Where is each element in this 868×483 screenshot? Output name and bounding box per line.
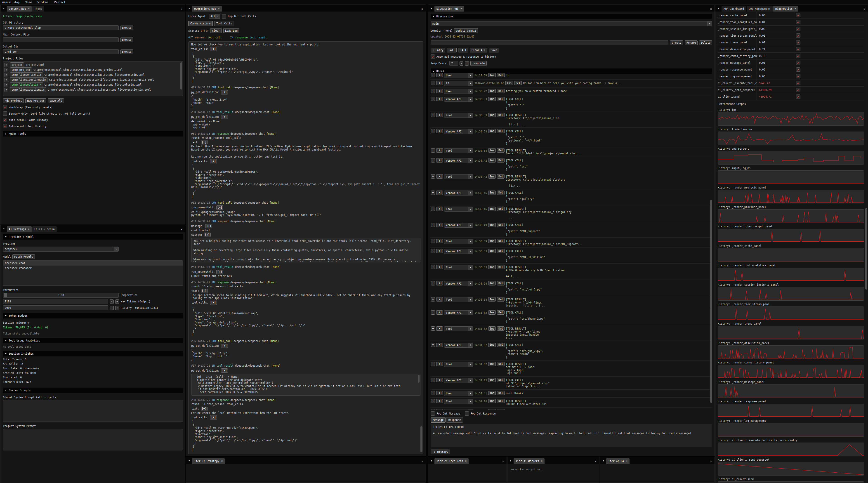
- rename-button[interactable]: Rename: [685, 40, 698, 45]
- diagnostic-checkbox[interactable]: ✔: [796, 47, 800, 51]
- add-entry-button[interactable]: +: [431, 191, 435, 195]
- max-tokens-input[interactable]: 8192: [3, 299, 108, 304]
- close-icon[interactable]: ×: [595, 460, 598, 464]
- expand-entry-button[interactable]: [+]: [436, 326, 443, 331]
- scrollbar-thumb[interactable]: [418, 375, 420, 383]
- expand-entry-button[interactable]: [+]: [436, 343, 443, 347]
- global-prompt-textarea[interactable]: [3, 400, 183, 422]
- temperature-slider[interactable]: 0.00: [3, 293, 119, 298]
- add-entry-button[interactable]: +: [431, 223, 435, 227]
- collapse-arrow-icon[interactable]: ▼: [429, 458, 434, 464]
- tab-log-management[interactable]: Log Management: [747, 6, 773, 11]
- menu-item[interactable]: Project: [54, 1, 65, 4]
- discussions-header[interactable]: ▼Discussions: [431, 14, 712, 19]
- add-entry-button[interactable]: +: [431, 378, 435, 382]
- collapse-arrow-icon[interactable]: ▼: [508, 458, 513, 464]
- delete-button[interactable]: Del: [497, 297, 504, 301]
- diagnostic-checkbox[interactable]: ✔: [796, 20, 800, 24]
- increment-button[interactable]: +: [465, 61, 469, 66]
- popout-response-checkbox[interactable]: ✔: [465, 411, 469, 416]
- delete-button[interactable]: Del: [497, 73, 504, 77]
- system-prompts-header[interactable]: ▼System Prompts: [3, 388, 183, 393]
- delete-button[interactable]: Del: [514, 81, 522, 85]
- tab-diagnostics[interactable]: Diagnostics×: [773, 6, 798, 11]
- git-directory-input[interactable]: C:\projects\manual_slop: [3, 25, 119, 30]
- scrollbar-thumb[interactable]: [180, 62, 182, 90]
- increment-button[interactable]: +: [115, 299, 119, 304]
- role-select[interactable]: AI▼: [444, 81, 473, 86]
- keep-pairs-input[interactable]: 2: [450, 61, 458, 66]
- role-select[interactable]: Tool▼: [444, 113, 473, 118]
- expand-entry-button[interactable]: [+]: [436, 281, 443, 286]
- add-project-button[interactable]: Add Project: [3, 98, 24, 103]
- close-icon[interactable]: ×: [502, 460, 506, 464]
- project-prompt-textarea[interactable]: [3, 429, 183, 450]
- role-select[interactable]: User▼: [444, 391, 473, 396]
- insert-button[interactable]: Ins: [488, 97, 496, 101]
- delete-button[interactable]: Del: [497, 113, 504, 117]
- close-icon[interactable]: ×: [460, 7, 462, 10]
- role-select[interactable]: Tool▼: [444, 399, 473, 404]
- close-icon[interactable]: ×: [28, 228, 30, 230]
- tab-discussion-hub[interactable]: Discussion Hub×: [434, 6, 464, 11]
- clear-button[interactable]: Clear: [210, 28, 222, 33]
- insert-button[interactable]: Ins: [488, 399, 496, 403]
- delete-button[interactable]: Del: [497, 310, 504, 315]
- add-entry-button[interactable]: +: [431, 239, 435, 243]
- add-entry-button[interactable]: +: [431, 81, 435, 85]
- insert-button[interactable]: Ins: [488, 148, 496, 153]
- insert-button[interactable]: Ins: [488, 310, 496, 315]
- file-key-pill[interactable]: temp_liveaisettingssim: [10, 77, 48, 82]
- add-entry-button[interactable]: +: [431, 362, 435, 366]
- checkbox[interactable]: ✔: [3, 111, 7, 116]
- checkbox[interactable]: ✔: [3, 105, 7, 109]
- entry-action-button[interactable]: +All: [458, 48, 468, 53]
- insert-button[interactable]: Ins: [488, 113, 496, 117]
- add-entry-button[interactable]: +: [431, 113, 435, 117]
- insert-button[interactable]: Ins: [488, 129, 496, 133]
- delete-button[interactable]: Del: [497, 281, 504, 286]
- remove-file-button[interactable]: x: [4, 88, 8, 92]
- role-select[interactable]: Tool▼: [444, 326, 473, 331]
- close-icon[interactable]: ×: [421, 7, 425, 11]
- load-log-button[interactable]: Load Log: [223, 28, 239, 33]
- insert-button[interactable]: Ins: [488, 89, 496, 93]
- checkbox[interactable]: ✔: [3, 118, 7, 122]
- role-select[interactable]: Tool▼: [444, 206, 473, 212]
- role-select[interactable]: Vendor API▼: [444, 249, 473, 254]
- expand-button[interactable]: [+]: [216, 205, 223, 210]
- expand-button[interactable]: [+]: [221, 344, 228, 348]
- decrement-button[interactable]: -: [460, 61, 463, 66]
- remove-file-button[interactable]: x: [4, 78, 8, 82]
- delete-button[interactable]: Del: [497, 239, 504, 243]
- main-context-file-input[interactable]: [3, 37, 119, 42]
- expand-button[interactable]: [+]: [221, 90, 228, 94]
- add-entry-button[interactable]: +: [431, 249, 435, 253]
- close-icon[interactable]: ×: [181, 7, 184, 11]
- update-commit-button[interactable]: Update Commit: [454, 28, 478, 33]
- add-entry-button[interactable]: +: [431, 391, 435, 395]
- collapse-arrow-icon[interactable]: ▼: [2, 6, 6, 11]
- role-select[interactable]: Vendor API▼: [444, 281, 473, 286]
- token-budget-header[interactable]: ▼Token Budget: [3, 313, 183, 318]
- expand-button[interactable]: [+]: [205, 224, 212, 228]
- expand-entry-button[interactable]: [+]: [436, 362, 443, 366]
- insert-button[interactable]: Ins: [488, 378, 496, 382]
- tab-operations-hub[interactable]: Operations Hub×: [192, 6, 222, 11]
- diagnostic-checkbox[interactable]: ✔: [796, 33, 800, 38]
- view-tab-comms-history[interactable]: Comms History: [188, 21, 213, 26]
- tab-mma-dashboard[interactable]: MMA Dashboard: [721, 6, 746, 11]
- expand-entry-button[interactable]: [+]: [436, 223, 443, 227]
- delete-button[interactable]: Del: [497, 148, 504, 153]
- role-select[interactable]: User▼: [444, 73, 473, 78]
- tab-tier2[interactable]: Tier 2: Tech Lead×: [434, 458, 469, 464]
- expand-entry-button[interactable]: [+]: [436, 239, 443, 243]
- expand-entry-button[interactable]: [+]: [436, 378, 443, 382]
- add-entry-button[interactable]: +: [431, 326, 435, 331]
- remove-file-button[interactable]: x: [4, 63, 8, 67]
- expand-entry-button[interactable]: [+]: [436, 297, 443, 301]
- save-all-button[interactable]: Save All: [48, 98, 64, 103]
- insert-button[interactable]: Ins: [488, 265, 496, 269]
- insert-button[interactable]: Ins: [488, 409, 496, 410]
- diagnostic-checkbox[interactable]: ✔: [796, 40, 800, 44]
